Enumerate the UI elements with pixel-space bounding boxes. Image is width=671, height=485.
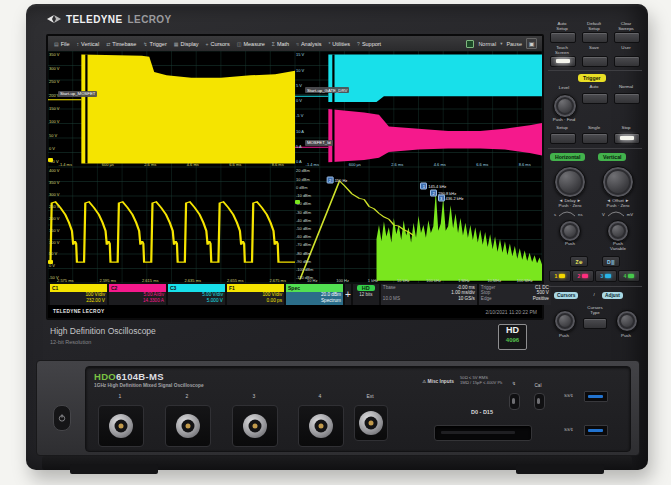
trace-descriptors: C1100 V/div232.00 VC25.00 A/div14.3300 A… — [50, 284, 343, 305]
menu-item-math[interactable]: ΣMath — [272, 41, 289, 47]
auto-button[interactable] — [582, 93, 608, 104]
vertical-offset-knob[interactable] — [602, 166, 634, 198]
descriptor-c3[interactable]: C35.00 V/div5.000 V — [168, 284, 225, 305]
bnc-input-ext[interactable] — [354, 405, 388, 441]
cursors-adjust-separator: / — [590, 293, 598, 298]
usb2-label: SS↯ — [564, 427, 574, 432]
setup-button[interactable] — [550, 133, 576, 144]
clear-sweeps-button[interactable] — [614, 32, 640, 43]
default-setup-button[interactable] — [582, 32, 608, 43]
y-axis-label: -5 V — [296, 113, 303, 118]
save-button[interactable] — [582, 56, 608, 67]
file-icon: ▤ — [54, 41, 59, 47]
horizontal-scale-knob[interactable] — [559, 220, 581, 242]
default-setup-button-label: DefaultSetup — [580, 22, 608, 32]
menu-item-analysis[interactable]: ≈Analysis — [296, 41, 321, 47]
usb-port-1[interactable] — [584, 391, 608, 402]
add-trace-button[interactable]: + — [345, 284, 351, 305]
menu-item-label: Cursors — [210, 41, 229, 47]
single-button[interactable] — [582, 133, 608, 144]
y-axis-label: 50 V — [49, 132, 57, 137]
auto-setup-button[interactable] — [550, 32, 576, 43]
vertical-scale-knob[interactable] — [607, 220, 629, 242]
channel-1-button[interactable]: 1 — [549, 270, 571, 282]
y-axis-label: 350 V — [49, 180, 59, 185]
menu-item-measure[interactable]: ◫Measure — [237, 41, 265, 47]
menu-item-timebase[interactable]: ⇄Timebase — [106, 41, 136, 47]
hd-bits-label: 12 bits — [353, 292, 379, 297]
descriptor-bar: C1100 V/div232.00 VC25.00 A/div14.3300 A… — [48, 283, 542, 305]
clear-sweeps-button-label: ClearSweeps — [612, 22, 640, 32]
horizontal-knob-push-caption: Push · Zero — [548, 204, 592, 209]
y-axis-label: 300 V — [49, 65, 59, 70]
y-axis-label: -10 dBm — [296, 193, 311, 198]
descriptor-c1[interactable]: C1100 V/div232.00 V — [50, 284, 107, 305]
timebase-descriptor[interactable]: Tbase-0.00 ms 1.00 ms/div 10.0 MS10 GS/s — [381, 284, 477, 305]
peak-marker-frequency: 150 Hz — [335, 177, 348, 182]
vertical-range-arc: VmV — [602, 211, 633, 217]
adjust-knob[interactable] — [616, 310, 638, 332]
power-button[interactable] — [53, 405, 71, 431]
menu-item-trigger[interactable]: ↯Trigger — [143, 41, 166, 47]
descriptor-spec[interactable]: Spec20.0 dBmSpectrum — [286, 284, 343, 305]
touch-screen-button[interactable] — [550, 56, 576, 67]
bnc-input-3[interactable] — [232, 405, 278, 447]
y-axis-label: 200 V — [49, 215, 59, 220]
descriptor-f1[interactable]: F1100 V/div0.00 ps — [227, 284, 284, 305]
brand-teledyne: TELEDYNE — [66, 14, 123, 25]
trace-label-tag: Start-up_GATE_DRV — [305, 87, 349, 93]
digital-button[interactable]: D≣ — [602, 256, 620, 267]
pause-button[interactable]: Pause — [506, 41, 522, 47]
hd4096-top: HD — [499, 325, 526, 336]
menu-item-cursors[interactable]: +Cursors — [206, 41, 230, 47]
x-axis-label: 600 µs — [102, 162, 114, 167]
descriptor-line2: 14.3300 A — [111, 298, 164, 304]
peak-marker-number: 2 — [430, 189, 437, 196]
cursors-type-button[interactable] — [583, 318, 607, 329]
model-suffix: 6104B-MS — [116, 371, 164, 382]
descriptor-header: F1 — [227, 284, 284, 292]
horizontal-delay-knob[interactable] — [554, 166, 586, 198]
user-button[interactable] — [614, 56, 640, 67]
input-label-1: 1 — [119, 393, 122, 399]
trigger-level-knob[interactable] — [553, 94, 577, 118]
trigger-icon: ↯ — [143, 41, 147, 47]
cursors-knob[interactable] — [554, 310, 576, 332]
channel-led — [628, 274, 634, 278]
bnc-input-1[interactable] — [98, 405, 144, 447]
menu-item-vertical[interactable]: ↕Vertical — [77, 41, 100, 47]
channel-4-button[interactable]: 4 — [618, 270, 640, 282]
menu-item-file[interactable]: ▤File — [54, 41, 70, 47]
misc-inputs-specs: 50Ω ≤ 5V RMS 1MΩ / 15pF ≤ 400V Pk — [460, 375, 502, 386]
screen-tool-button[interactable]: ▣ — [526, 38, 537, 49]
input-label-4: 4 — [319, 393, 322, 399]
menu-item-display[interactable]: ▦Display — [174, 41, 199, 47]
clock: 2/10/2021 11:20:22 PM — [485, 309, 537, 315]
bnc-input-4[interactable] — [298, 405, 344, 447]
support-icon: ? — [357, 41, 360, 47]
channel-3-button[interactable]: 3 — [595, 270, 617, 282]
trigger-descriptor[interactable]: TriggerC1 DC Stop500 V EdgePositive — [479, 284, 551, 305]
bnc-center-pin — [186, 424, 191, 429]
normal-button[interactable] — [614, 93, 640, 104]
zoom-button[interactable]: Z⊕ — [570, 256, 588, 267]
stop-button[interactable] — [614, 133, 640, 144]
y-axis-label: 10 A — [296, 128, 304, 133]
y-axis-label: 0 A — [296, 159, 302, 164]
x-axis-label: 1 kHz — [368, 278, 378, 283]
normal-checkbox-icon[interactable] — [466, 40, 474, 48]
menu-item-label: Vertical — [81, 41, 99, 47]
usb-port-2[interactable] — [584, 425, 608, 436]
trace-label-tag: Start-up_MOSFET — [58, 91, 98, 97]
menu-item-support[interactable]: ?Support — [357, 41, 381, 47]
menu-item-utilities[interactable]: *Utilities — [328, 41, 350, 47]
bnc-input-2[interactable] — [165, 405, 211, 447]
trigger-mode-label[interactable]: Normal — [478, 41, 496, 47]
x-axis-label: 2.575 ms — [57, 278, 73, 283]
menu-item-label: Display — [180, 41, 198, 47]
descriptor-c2[interactable]: C25.00 A/div14.3300 A — [109, 284, 166, 305]
y-axis-label: 5 V — [296, 82, 302, 87]
channel-2-button[interactable]: 2 — [572, 270, 594, 282]
connector-recess: HDO6104B-MS 1GHz High Definition Mixed S… — [85, 366, 631, 452]
y-axis-label: 10 dBm — [296, 176, 310, 181]
